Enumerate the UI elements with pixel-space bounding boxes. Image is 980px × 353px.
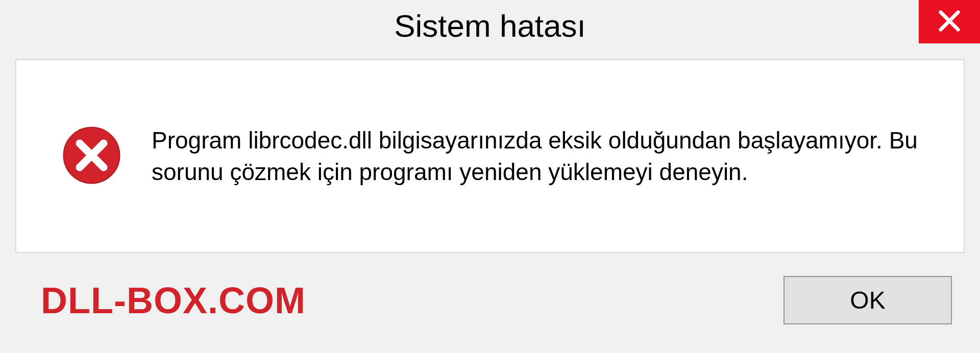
error-dialog: Sistem hatası Program librcodec.dll bilg…	[0, 0, 980, 353]
watermark: DLL-BOX.COM	[41, 280, 306, 321]
close-icon	[937, 8, 962, 36]
footer: DLL-BOX.COM OK	[0, 253, 980, 347]
titlebar: Sistem hatası	[0, 0, 980, 51]
content-area: Program librcodec.dll bilgisayarınızda e…	[15, 59, 965, 253]
error-icon	[62, 126, 121, 187]
ok-button[interactable]: OK	[783, 276, 952, 324]
error-message: Program librcodec.dll bilgisayarınızda e…	[152, 124, 923, 188]
close-button[interactable]	[919, 0, 980, 43]
dialog-title: Sistem hatası	[394, 8, 586, 44]
